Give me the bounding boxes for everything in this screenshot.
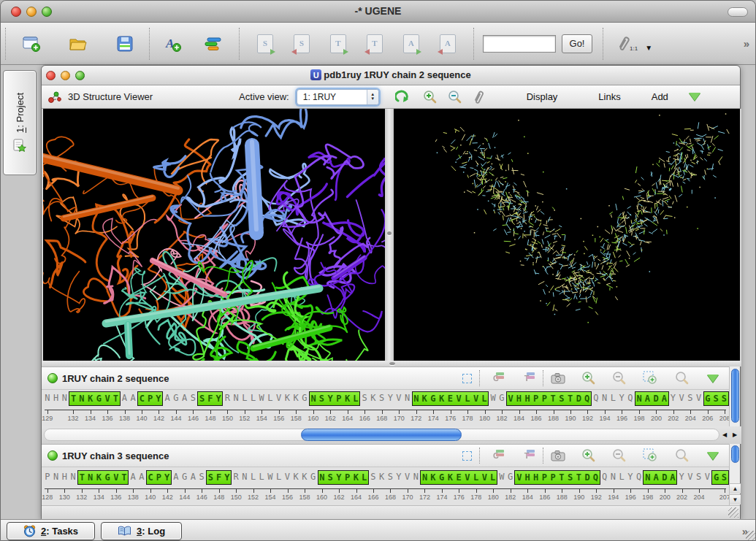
sequence-2-vscrollbar[interactable]: ▲ ▼ [729,444,740,505]
toolbar-separator [149,28,150,60]
doc-a-icon[interactable]: A [403,34,419,53]
toolbar-doc-icons: SSTTAA [247,34,466,53]
mdi-status-strip [42,505,740,519]
sequence-1-title: 1RUY chain 2 sequence [62,373,169,384]
book-icon [118,526,131,537]
zoom-selection-icon[interactable] [643,371,659,385]
viewer-title: 3D Structure Viewer [68,91,153,102]
select-region-icon[interactable] [462,451,472,461]
sequence-1-vscrollbar[interactable] [729,367,740,426]
select-region-icon[interactable] [462,374,472,383]
translate-icon[interactable]: T [518,451,535,460]
project-document-star-icon [12,138,27,153]
translate-icon[interactable]: T [518,374,535,383]
new-document-icon [22,35,41,53]
doc-s-icon[interactable]: S [257,34,273,53]
zoom-in-icon[interactable] [581,448,596,463]
scroll-up-icon[interactable]: ▲ [730,483,741,494]
zoom-whole-icon[interactable] [675,371,690,385]
menu-links[interactable]: Links [598,91,620,102]
sequence-icon [47,450,58,461]
mdi-titlebar[interactable]: U pdb1ruy 1RUY chain 2 sequence [42,66,740,85]
viewer-collapse-icon[interactable] [689,93,700,101]
active-view-select[interactable]: 1: 1RUY ▲▼ [297,89,379,105]
scroll-right-icon[interactable]: ▶ [730,429,740,441]
mdi-window: U pdb1ruy 1RUY chain 2 sequence 3D Struc… [41,65,741,519]
tab-tasks[interactable]: 2: Tasks [7,522,95,540]
workspace: 1: Project U pdb1ruy 1RUY chain 2 sequen… [1,65,756,519]
pane-splitter-vertical[interactable] [385,109,394,361]
zoom-ratio-label: 1:1 [630,45,638,52]
attach-icon[interactable] [473,90,484,104]
doc-t-icon[interactable]: T [367,34,383,53]
save-button[interactable] [111,30,139,58]
seq-letters-2[interactable]: PNHNTNKGVTAACPYAGASSFYRNLLWLVKKGNSYPKLSK… [42,469,729,486]
menu-display[interactable]: Display [527,91,558,102]
zoom-in-icon[interactable] [423,90,438,104]
ugene-document-badge: U [310,69,321,80]
complement-icon[interactable]: C [487,374,505,383]
complement-icon[interactable]: C [487,451,505,460]
save-icon [116,35,134,53]
align-icon [205,36,222,52]
doc-t-icon[interactable]: T [330,34,346,53]
annotate-icon: A [163,35,182,53]
zoom-out-icon[interactable] [448,90,462,104]
structure-wireframe-view[interactable] [394,109,740,361]
zoom-ratio-button[interactable]: 1:1 ▼ [616,36,652,52]
seq-ruler-2: 1281301321341361381401421441461481501521… [42,486,729,505]
sequence-2-collapse-icon[interactable] [707,452,719,460]
toolbar-overflow-chevron[interactable]: » [744,37,748,50]
main-titlebar[interactable]: -* UGENE [1,1,755,23]
structure-3d-area [42,109,741,361]
doc-s-icon[interactable]: S [294,34,310,53]
new-document-button[interactable] [18,30,45,58]
bottom-bar: 2: Tasks 3: Log » [1,519,756,541]
scroll-left-icon[interactable]: ◀ [719,429,730,441]
project-tab-label: 1: Project [15,93,26,133]
go-button[interactable]: Go! [562,34,592,53]
toolbar-separator [5,28,6,60]
open-file-button[interactable] [64,30,92,58]
ribbon-render [43,109,385,361]
tab-log[interactable]: 3: Log [101,522,182,540]
stepper-arrows-icon[interactable]: ▲▼ [367,90,378,104]
scroll-down-icon[interactable]: ▼ [730,494,741,504]
camera-icon[interactable] [551,372,565,384]
zoom-out-icon[interactable] [612,371,627,385]
camera-icon[interactable] [551,450,565,461]
seq-letters-1[interactable]: NHNTNKGVTAACPYAGASSFYRNLLWLVKKGNSYPKLSKS… [42,390,729,407]
sequence-hscrollbar[interactable]: ◀▶ [42,426,741,444]
zoom-in-icon[interactable] [581,371,596,385]
hscroll-thumb[interactable] [301,429,462,441]
search-input[interactable] [483,35,556,53]
mdi-title: pdb1ruy 1RUY chain 2 sequence [324,69,470,80]
mdi-resize-grip[interactable] [728,507,738,518]
zoom-out-icon[interactable] [612,448,627,463]
doc-a-icon[interactable]: A [440,34,456,53]
window-resize-grip[interactable] [746,531,756,541]
structure-ribbon-view[interactable] [43,109,385,361]
sequence-panel-2-header: 1RUY chain 3 sequence C T [42,444,729,467]
paperclip-icon [616,36,630,52]
toolbar-separator [239,28,240,60]
annotate-button[interactable]: A [159,30,186,58]
zoom-selection-icon[interactable] [643,448,659,463]
main-window: -* UGENE [0,0,756,541]
toolbar-separator [473,28,474,60]
align-button[interactable] [199,30,227,58]
sequence-icon [47,373,58,383]
chevron-down-icon[interactable]: ▼ [645,44,652,52]
pane-splitter-horizontal[interactable] [42,361,741,367]
molecule-icon [47,90,62,104]
menu-add[interactable]: Add [652,91,668,102]
reset-view-icon[interactable] [395,90,411,104]
clock-icon [23,525,36,537]
sequence-2-title: 1RUY chain 3 sequence [62,450,169,461]
toolbar-toggle-pill[interactable] [728,7,748,17]
main-toolbar: A SSTTAA Go! 1:1 ▼ » [1,23,755,65]
sidebar-tab-project[interactable]: 1: Project [3,70,37,175]
open-file-icon [69,36,88,52]
zoom-whole-icon[interactable] [675,448,690,463]
sequence-1-collapse-icon[interactable] [707,375,719,383]
